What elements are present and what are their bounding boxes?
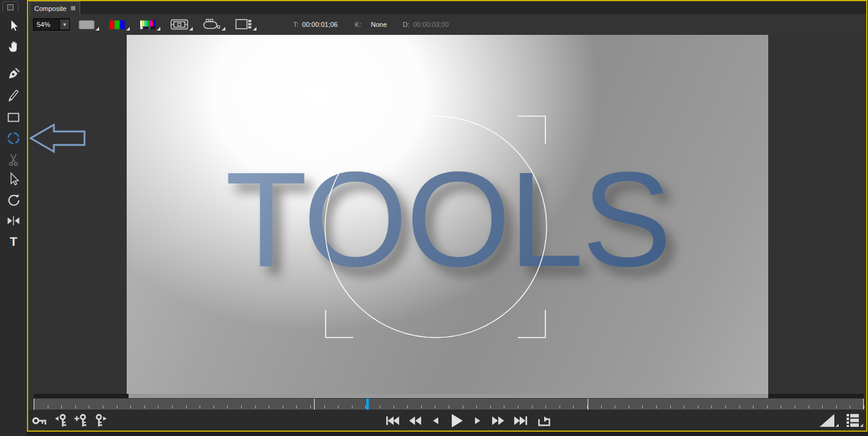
time-label: T: (293, 21, 299, 28)
application-window: T Composite 54% ▾ (0, 0, 868, 436)
pen-nib-icon (6, 67, 21, 81)
selection-overlay[interactable] (127, 35, 768, 394)
keyframe-controls (32, 410, 107, 430)
rgb-channels-button[interactable] (108, 17, 131, 32)
tab-label: Composite (34, 5, 67, 12)
ellipse-icon (6, 131, 21, 146)
selection-corner-handles[interactable] (326, 116, 545, 338)
tool-text[interactable]: T (6, 234, 21, 249)
film-frame-icon (235, 18, 252, 30)
step-forward-icon (472, 415, 483, 427)
next-frame-button[interactable] (472, 415, 483, 427)
rgb-bars-icon (109, 20, 125, 30)
duration-label: D: (403, 21, 410, 28)
timeline-scrollbar-thumb[interactable] (129, 394, 768, 398)
tool-select[interactable] (6, 18, 21, 33)
hand-icon (6, 39, 21, 54)
flip-horizontal-icon (6, 213, 21, 228)
go-to-start-icon (385, 415, 400, 427)
transport-bar (28, 410, 866, 430)
previous-frame-button[interactable] (430, 415, 441, 427)
duration-value[interactable]: 00:00:03;00 (413, 21, 456, 28)
dropdown-corner-indicator (95, 27, 99, 31)
camera-icon (203, 18, 221, 30)
tab-composite[interactable]: Composite (29, 1, 80, 15)
ellipse-object-outline[interactable] (325, 116, 547, 338)
film-options-button[interactable] (845, 413, 864, 429)
previous-keyframe-button[interactable] (54, 413, 68, 428)
safe-zones-button[interactable] (169, 17, 194, 32)
rewind-icon (408, 415, 422, 427)
go-to-end-button[interactable] (514, 415, 528, 427)
fast-forward-button[interactable] (491, 415, 506, 427)
tab-bar: Composite (28, 1, 866, 15)
timeline-scrollbar[interactable] (34, 394, 864, 398)
preview-toolbar: 54% ▾ (28, 14, 866, 35)
text-tool-icon: T (10, 235, 17, 248)
keyframe-value[interactable]: None (365, 21, 393, 28)
loop-icon (536, 413, 552, 428)
next-keyframe-button[interactable] (94, 413, 107, 428)
tool-rectangle[interactable] (6, 110, 21, 125)
dropdown-corner-indicator (189, 27, 193, 31)
rectangle-icon (6, 110, 21, 125)
pencil-icon (6, 88, 21, 103)
step-back-icon (430, 415, 441, 427)
annotation-arrow-left (29, 124, 86, 157)
camera-button[interactable] (201, 17, 226, 32)
tool-ellipse[interactable] (6, 131, 21, 146)
film-strip-icon (845, 413, 864, 429)
chevron-down-icon: ▾ (59, 20, 69, 29)
zoom-level-select[interactable]: 54% ▾ (33, 18, 70, 31)
dropdown-corner-indicator (126, 27, 130, 31)
tool-scissors[interactable] (6, 152, 21, 167)
color-swatch-icon (78, 20, 95, 30)
previous-keyframe-icon (54, 413, 68, 428)
timecode-display: T: 00:00:01;06 K: None D: 00:00:03;00 (287, 21, 456, 28)
key-icon (32, 414, 49, 427)
dropdown-corner-indicator (157, 27, 160, 31)
panel-collapse-icon (7, 4, 13, 10)
go-to-end-icon (514, 415, 528, 427)
play-button[interactable] (449, 413, 464, 429)
playback-controls (385, 410, 552, 430)
current-time-value[interactable]: 00:00:01;06 (302, 21, 345, 28)
timeline-ruler[interactable] (34, 399, 864, 412)
scissors-icon (6, 152, 21, 167)
safe-zones-icon (170, 19, 189, 30)
rewind-button[interactable] (408, 415, 422, 427)
keyframe-mode-button[interactable] (32, 414, 49, 427)
tool-pencil[interactable] (6, 88, 21, 103)
loop-button[interactable] (536, 413, 552, 428)
tool-flip-horizontal[interactable] (6, 213, 21, 228)
frame-options-button[interactable] (234, 17, 258, 32)
rotate-icon (6, 193, 21, 207)
dropdown-corner-indicator (253, 27, 256, 31)
zoom-level-value: 54% (34, 21, 59, 28)
go-to-start-button[interactable] (385, 415, 400, 427)
background-color-button[interactable] (77, 17, 100, 32)
wedge-icon (818, 413, 839, 429)
outline-cursor-icon (6, 172, 21, 187)
preview-canvas[interactable]: TOOLS (127, 35, 768, 394)
dropdown-corner-indicator (222, 27, 225, 31)
corner-controls (818, 410, 864, 430)
tool-column: T (0, 0, 27, 436)
play-icon (449, 413, 464, 429)
playhead[interactable] (366, 399, 369, 410)
keyframe-label: K: (355, 21, 361, 28)
tool-direct-select[interactable] (6, 172, 21, 187)
select-cursor-icon (6, 18, 21, 33)
composite-panel: Composite 54% ▾ (27, 0, 867, 432)
add-keyframe-button[interactable] (73, 413, 88, 428)
tool-pen[interactable] (6, 67, 21, 81)
test-pattern-button[interactable] (138, 17, 162, 32)
panel-collapse-button[interactable] (2, 1, 18, 12)
test-pattern-icon (140, 20, 156, 30)
tool-rotate[interactable] (6, 193, 21, 207)
add-keyframe-icon (73, 413, 88, 428)
tool-hand[interactable] (6, 39, 21, 54)
wedge-button[interactable] (818, 413, 839, 429)
fast-forward-icon (491, 415, 506, 427)
next-keyframe-icon (94, 413, 107, 428)
